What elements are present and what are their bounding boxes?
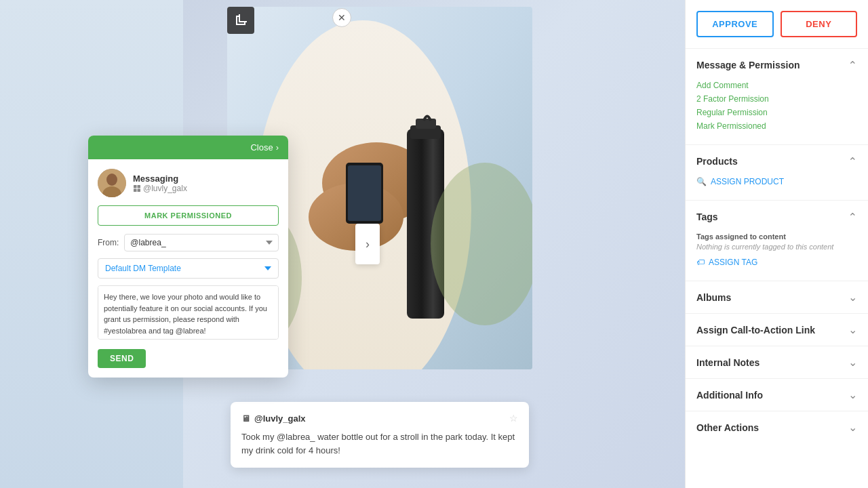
crop-icon[interactable] — [227, 7, 254, 34]
chevron-down-icon-additional: ⌄ — [848, 388, 857, 401]
tags-nothing-label: Nothing is currently tagged to this cont… — [696, 243, 857, 251]
from-select[interactable]: @labrea_ — [124, 234, 279, 251]
messaging-title: Messaging — [133, 174, 187, 184]
message-permission-title: Message & Permission — [696, 60, 800, 70]
post-username: @luvly_galx — [254, 413, 306, 424]
section-additional-info: Additional Info ⌄ — [686, 378, 868, 411]
products-header[interactable]: Products ⌄ — [686, 145, 868, 177]
user-handle: @luvly_galx — [133, 184, 187, 193]
svg-rect-5 — [348, 165, 381, 221]
post-caption-header: 🖥 @luvly_galx ☆ — [241, 413, 518, 424]
post-caption: Took my @labrea_ water bottle out for a … — [241, 430, 518, 457]
section-tags: Tags ⌄ Tags assigned to content Nothing … — [686, 200, 868, 281]
from-row: From: @labrea_ — [98, 234, 279, 251]
messaging-panel: Close › Messaging — [88, 136, 288, 378]
search-icon: 🔍 — [696, 177, 707, 186]
post-caption-card: 🖥 @luvly_galx ☆ Took my @labrea_ water b… — [231, 402, 529, 468]
right-sidebar: APPROVE DENY Message & Permission ⌄ Add … — [685, 0, 868, 488]
tags-header[interactable]: Tags ⌄ — [686, 201, 868, 232]
mark-permissioned-link[interactable]: Mark Permissioned — [696, 121, 857, 131]
internal-notes-title: Internal Notes — [696, 357, 760, 368]
chevron-down-icon-other: ⌄ — [848, 421, 857, 434]
internal-notes-header[interactable]: Internal Notes ⌄ — [686, 346, 868, 378]
star-icon[interactable]: ☆ — [509, 413, 518, 424]
send-button[interactable]: SEND — [98, 349, 146, 368]
action-buttons: APPROVE DENY — [686, 0, 868, 48]
other-actions-title: Other Actions — [696, 422, 759, 433]
other-actions-header[interactable]: Other Actions ⌄ — [686, 411, 868, 443]
tags-content: Tags assigned to content Nothing is curr… — [686, 232, 868, 281]
image-close-button[interactable]: ✕ — [332, 8, 351, 27]
albums-header[interactable]: Albums ⌄ — [686, 281, 868, 313]
svg-rect-16 — [134, 188, 137, 192]
section-albums: Albums ⌄ — [686, 281, 868, 313]
template-select[interactable]: Default DM Template — [98, 258, 279, 279]
messaging-user-row: Messaging @luvly_galx — [98, 169, 279, 197]
tags-title: Tags — [696, 211, 718, 222]
svg-rect-8 — [416, 119, 436, 129]
message-permission-content: Add Comment 2 Factor Permission Regular … — [686, 81, 868, 144]
products-content: 🔍 ASSIGN PRODUCT — [686, 177, 868, 200]
approve-button[interactable]: APPROVE — [696, 11, 774, 37]
section-other-actions: Other Actions ⌄ — [686, 411, 868, 443]
message-textarea[interactable]: Hey there, we love your photo and would … — [98, 285, 279, 340]
messaging-header[interactable]: Close › — [88, 136, 288, 159]
post-user: 🖥 @luvly_galx — [241, 413, 306, 424]
section-products: Products ⌄ 🔍 ASSIGN PRODUCT — [686, 144, 868, 200]
avatar — [98, 169, 126, 197]
svg-rect-15 — [138, 185, 141, 188]
regular-permission-link[interactable]: Regular Permission — [696, 108, 857, 117]
svg-point-12 — [106, 174, 117, 186]
two-factor-link[interactable]: 2 Factor Permission — [696, 94, 857, 104]
user-info: Messaging @luvly_galx — [133, 174, 187, 193]
close-messaging-button[interactable]: Close › — [250, 142, 279, 152]
deny-button[interactable]: DENY — [781, 11, 858, 37]
chevron-down-icon-cta: ⌄ — [848, 323, 857, 336]
chevron-up-icon: ⌄ — [848, 58, 857, 71]
add-comment-link[interactable]: Add Comment — [696, 81, 857, 90]
chevron-down-icon-notes: ⌄ — [848, 356, 857, 369]
chevron-down-icon-albums: ⌄ — [848, 291, 857, 304]
assign-tag-link[interactable]: 🏷 ASSIGN TAG — [696, 258, 857, 267]
assign-product-link[interactable]: 🔍 ASSIGN PRODUCT — [696, 177, 857, 186]
from-label: From: — [98, 238, 119, 247]
additional-info-title: Additional Info — [696, 390, 763, 401]
cta-header[interactable]: Assign Call-to-Action Link ⌄ — [686, 314, 868, 346]
albums-title: Albums — [696, 292, 731, 303]
products-title: Products — [696, 156, 738, 167]
monitor-icon: 🖥 — [241, 413, 250, 424]
section-message-permission: Message & Permission ⌄ Add Comment 2 Fac… — [686, 48, 868, 144]
svg-rect-14 — [134, 185, 137, 188]
message-permission-header[interactable]: Message & Permission ⌄ — [686, 49, 868, 81]
section-cta: Assign Call-to-Action Link ⌄ — [686, 313, 868, 346]
chevron-up-icon-tags: ⌄ — [848, 210, 857, 223]
chevron-up-icon-products: ⌄ — [848, 155, 857, 167]
next-arrow-button[interactable]: › — [355, 224, 380, 264]
svg-rect-17 — [138, 188, 141, 192]
mark-permissioned-button[interactable]: MARK PERMISSIONED — [98, 205, 279, 226]
tags-assigned-label: Tags assigned to content — [696, 232, 857, 241]
section-internal-notes: Internal Notes ⌄ — [686, 346, 868, 378]
additional-info-header[interactable]: Additional Info ⌄ — [686, 379, 868, 411]
cta-title: Assign Call-to-Action Link — [696, 325, 815, 336]
main-content: ✕ — [0, 0, 685, 488]
tag-icon: 🏷 — [696, 258, 705, 267]
